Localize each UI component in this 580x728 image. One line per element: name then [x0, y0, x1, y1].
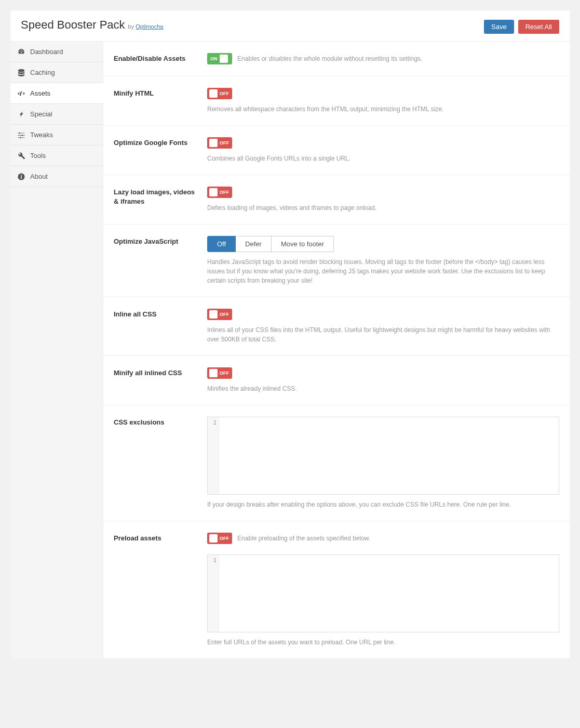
setting-description: Inlines all of your CSS files into the H… — [207, 325, 559, 344]
setting-minify-html: Minify HTML OFF Removes all whitespace c… — [103, 76, 570, 126]
info-icon — [18, 173, 25, 180]
setting-description: Minifies the already inlined CSS. — [207, 384, 559, 393]
sidebar-item-caching[interactable]: Caching — [10, 62, 103, 83]
setting-optimize-js: Optimize JavaScript Off Defer Move to fo… — [103, 224, 570, 297]
setting-css-exclusions: CSS exclusions 1 If your design breaks a… — [103, 405, 570, 521]
sidebar-item-label: Tweaks — [30, 131, 53, 139]
sidebar-item-label: Assets — [30, 89, 50, 97]
line-number: 1 — [208, 555, 219, 632]
setting-lazy-load: Lazy load images, videos & iframes OFF D… — [103, 175, 570, 224]
toggle-google-fonts[interactable]: OFF — [207, 137, 232, 149]
bolt-icon — [18, 111, 25, 118]
setting-description: Combines all Google Fonts URLs into a si… — [207, 154, 559, 163]
code-area[interactable] — [219, 417, 559, 494]
sidebar-item-assets[interactable]: Assets — [10, 83, 103, 104]
byline: by Optimocha — [128, 23, 164, 30]
dashboard-icon — [18, 48, 25, 56]
setting-label: Enable/Disable Assets — [114, 53, 197, 64]
sidebar-item-about[interactable]: About — [10, 166, 103, 187]
setting-label: Lazy load images, videos & iframes — [114, 187, 197, 213]
setting-enable-assets: Enable/Disable Assets ON Enables or disa… — [103, 42, 570, 76]
line-number: 1 — [208, 417, 219, 494]
sidebar-item-label: Tools — [30, 152, 46, 160]
database-icon — [18, 69, 25, 76]
opt-js-off[interactable]: Off — [207, 236, 236, 252]
sidebar-item-label: Special — [30, 110, 52, 118]
svg-point-1 — [21, 175, 22, 176]
reset-all-button[interactable]: Reset All — [518, 20, 559, 34]
preload-assets-editor[interactable]: 1 — [207, 554, 559, 632]
setting-description: Enable preloading of the assets specifie… — [237, 535, 370, 542]
content-panel: Enable/Disable Assets ON Enables or disa… — [103, 42, 570, 659]
setting-description: Enter full URLs of the assets you want t… — [207, 638, 559, 647]
sidebar-item-tweaks[interactable]: Tweaks — [10, 125, 103, 145]
sidebar-item-dashboard[interactable]: Dashboard — [10, 42, 103, 62]
setting-description: If your design breaks after enabling the… — [207, 500, 559, 509]
save-button[interactable]: Save — [484, 20, 514, 34]
code-area[interactable] — [219, 555, 559, 632]
sliders-icon — [18, 131, 25, 139]
code-icon — [18, 90, 25, 97]
setting-description: Enables or disables the whole module wit… — [237, 55, 422, 62]
setting-label: Minify all inlined CSS — [114, 367, 197, 393]
setting-minify-css: Minify all inlined CSS OFF Minifies the … — [103, 356, 570, 405]
setting-label: Optimize JavaScript — [114, 236, 197, 285]
setting-preload-assets: Preload assets OFF Enable preloading of … — [103, 521, 570, 659]
setting-label: Inline all CSS — [114, 309, 197, 344]
sidebar-item-label: Caching — [30, 69, 55, 76]
css-exclusions-editor[interactable]: 1 — [207, 417, 559, 495]
setting-description: Defers loading of images, videos and ifr… — [207, 203, 559, 213]
svg-rect-2 — [21, 176, 22, 179]
setting-description: Removes all whitespace characters from t… — [207, 104, 559, 114]
toggle-enable-assets[interactable]: ON — [207, 53, 232, 64]
setting-inline-css: Inline all CSS OFF Inlines all of your C… — [103, 297, 570, 356]
page-header: Speed Booster Pack by Optimocha Save Res… — [10, 10, 570, 42]
toggle-lazy-load[interactable]: OFF — [207, 187, 232, 198]
setting-label: CSS exclusions — [114, 417, 197, 509]
page-title: Speed Booster Pack — [21, 18, 125, 32]
toggle-minify-html[interactable]: OFF — [207, 88, 232, 99]
sidebar-item-special[interactable]: Special — [10, 104, 103, 125]
toggle-minify-css[interactable]: OFF — [207, 367, 232, 379]
setting-google-fonts: Optimize Google Fonts OFF Combines all G… — [103, 126, 570, 175]
toggle-inline-css[interactable]: OFF — [207, 309, 232, 320]
toggle-preload-assets[interactable]: OFF — [207, 533, 232, 544]
setting-label: Minify HTML — [114, 88, 197, 114]
optimize-js-options: Off Defer Move to footer — [207, 236, 559, 252]
byline-link[interactable]: Optimocha — [136, 23, 163, 30]
tools-icon — [18, 152, 25, 160]
setting-label: Preload assets — [114, 533, 197, 647]
setting-description: Handles JavaScript tags to avoid render … — [207, 257, 559, 285]
opt-js-footer[interactable]: Move to footer — [272, 236, 334, 252]
sidebar: Dashboard Caching Assets Special Tweaks … — [10, 42, 103, 659]
sidebar-item-label: Dashboard — [30, 48, 63, 56]
sidebar-item-label: About — [30, 173, 48, 180]
sidebar-item-tools[interactable]: Tools — [10, 145, 103, 166]
setting-label: Optimize Google Fonts — [114, 137, 197, 163]
opt-js-defer[interactable]: Defer — [236, 236, 272, 252]
